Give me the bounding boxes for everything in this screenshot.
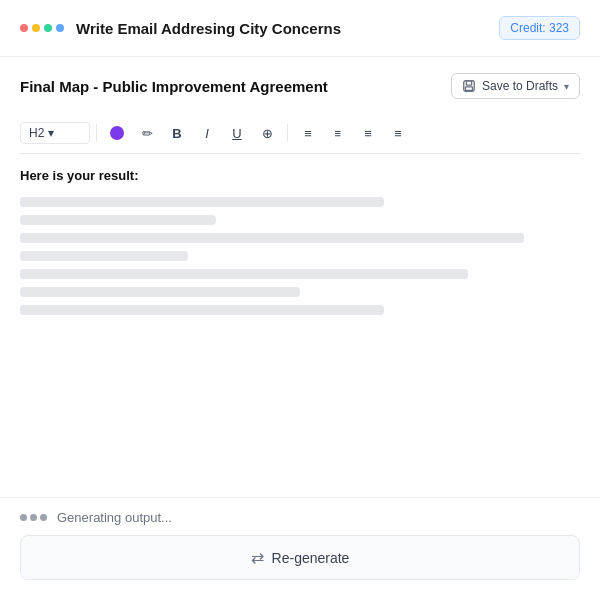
italic-button[interactable]: I	[193, 119, 221, 147]
pen-icon: ✏	[142, 126, 153, 141]
header: Write Email Addresing City Concerns Cred…	[0, 0, 600, 57]
heading-select[interactable]: H2 ▾	[20, 122, 90, 144]
gen-dot-1	[20, 514, 27, 521]
regenerate-button[interactable]: ⇄ Re-generate	[20, 535, 580, 580]
skeleton-line	[20, 269, 468, 279]
link-button[interactable]: ⊕	[253, 119, 281, 147]
pen-button[interactable]: ✏	[133, 119, 161, 147]
doc-title: Final Map - Public Improvement Agreement	[20, 78, 328, 95]
align-justify-button[interactable]: ≡	[384, 119, 412, 147]
toolbar: H2 ▾ ✏ B I U ⊕ ≡	[20, 113, 580, 154]
skeleton-line	[20, 197, 384, 207]
align-center-button[interactable]: ≡	[324, 119, 352, 147]
credit-badge: Credit: 323	[499, 16, 580, 40]
color-circle-icon	[110, 126, 124, 140]
svg-rect-2	[465, 87, 472, 91]
header-title: Write Email Addresing City Concerns	[76, 20, 341, 37]
gen-dot-2	[30, 514, 37, 521]
doc-header: Final Map - Public Improvement Agreement…	[20, 73, 580, 99]
regenerate-label: Re-generate	[272, 550, 350, 566]
link-icon: ⊕	[262, 126, 273, 141]
generating-dots-icon	[20, 514, 47, 521]
gen-dot-3	[40, 514, 47, 521]
dot-green	[44, 24, 52, 32]
document-area: Final Map - Public Improvement Agreement…	[0, 57, 600, 497]
header-left: Write Email Addresing City Concerns	[20, 20, 341, 37]
skeleton-lines	[20, 197, 580, 315]
align-right-icon: ≡	[364, 126, 372, 141]
generating-row: Generating output...	[20, 510, 580, 525]
bottom-area: Generating output... ⇄ Re-generate	[0, 497, 600, 600]
align-left-icon: ≡	[304, 126, 312, 141]
save-to-drafts-button[interactable]: Save to Drafts ▾	[451, 73, 580, 99]
generating-text: Generating output...	[57, 510, 172, 525]
svg-rect-1	[466, 81, 471, 85]
skeleton-line	[20, 233, 524, 243]
align-right-button[interactable]: ≡	[354, 119, 382, 147]
app-container: Write Email Addresing City Concerns Cred…	[0, 0, 600, 600]
window-dots-icon	[20, 24, 64, 32]
dot-blue	[56, 24, 64, 32]
heading-value: H2	[29, 126, 44, 140]
heading-chevron: ▾	[48, 126, 54, 140]
align-justify-icon: ≡	[394, 126, 402, 141]
save-button-label: Save to Drafts	[482, 79, 558, 93]
content-area: Here is your result:	[20, 168, 580, 481]
skeleton-line	[20, 305, 384, 315]
skeleton-line	[20, 287, 300, 297]
toolbar-divider-1	[96, 124, 97, 142]
underline-icon: U	[232, 126, 241, 141]
skeleton-line	[20, 251, 188, 261]
toolbar-divider-2	[287, 124, 288, 142]
dot-yellow	[32, 24, 40, 32]
bold-icon: B	[172, 126, 181, 141]
regenerate-icon: ⇄	[251, 548, 264, 567]
underline-button[interactable]: U	[223, 119, 251, 147]
skeleton-line	[20, 215, 216, 225]
save-icon	[462, 79, 476, 93]
result-label: Here is your result:	[20, 168, 580, 183]
dot-red	[20, 24, 28, 32]
align-center-icon: ≡	[335, 126, 341, 141]
chevron-down-icon: ▾	[564, 81, 569, 92]
align-left-button[interactable]: ≡	[294, 119, 322, 147]
color-button[interactable]	[103, 119, 131, 147]
italic-icon: I	[205, 126, 209, 141]
bold-button[interactable]: B	[163, 119, 191, 147]
